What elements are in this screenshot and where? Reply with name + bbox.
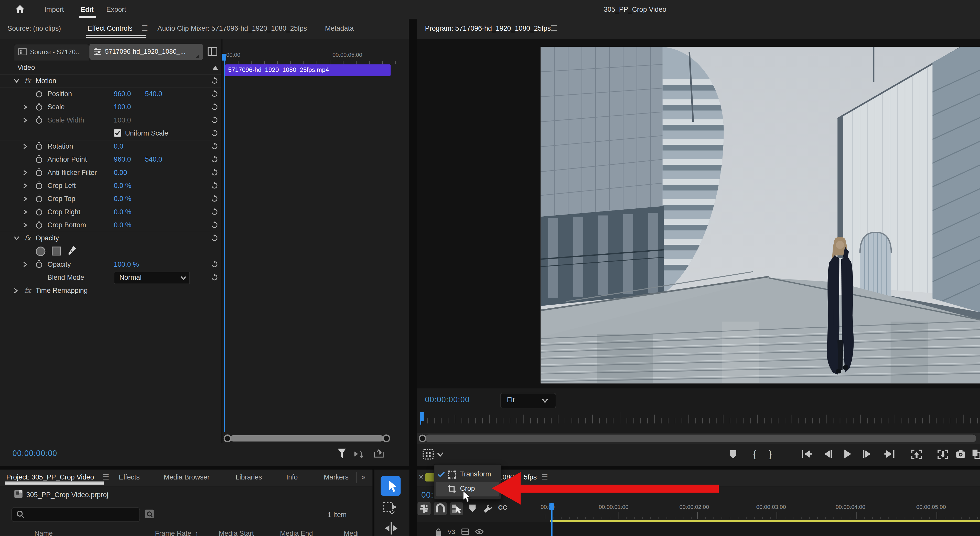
menu-edit[interactable]: Edit [81, 6, 94, 13]
row-position[interactable]: Position 960.0 540.0 [0, 87, 221, 100]
position-y-value[interactable]: 540.0 [145, 90, 162, 97]
tab-effects[interactable]: Effects [119, 473, 140, 481]
track-eye-icon[interactable] [475, 528, 484, 535]
chevron-right-icon[interactable] [23, 209, 27, 215]
program-scrollbar[interactable] [425, 435, 977, 442]
reset-icon[interactable] [211, 116, 218, 124]
source-clip-tab[interactable]: Source - S7170.. [14, 44, 89, 61]
extract-icon[interactable] [937, 450, 948, 459]
chevron-right-icon[interactable] [23, 222, 27, 228]
split-view-icon[interactable] [208, 47, 218, 56]
play-audio-icon[interactable] [354, 450, 365, 458]
row-scale-width[interactable]: Scale Width 100.0 [0, 114, 221, 127]
collapse-up-icon[interactable] [212, 65, 218, 70]
export-frame-icon[interactable] [374, 449, 383, 458]
chevron-right-icon[interactable] [23, 183, 27, 189]
rotation-value[interactable]: 0.0 [114, 143, 123, 150]
rect-mask-icon[interactable] [51, 246, 61, 256]
home-icon[interactable] [15, 4, 25, 14]
timeline-marker-icon[interactable] [469, 504, 476, 513]
row-crop-bottom[interactable]: Crop Bottom 0.0 % [0, 219, 221, 232]
stopwatch-icon[interactable] [35, 220, 43, 229]
tab-audio-clip-mixer[interactable]: Audio Clip Mixer: 5717096-hd_1920_1080_2… [158, 24, 307, 32]
row-uniform-scale[interactable]: Uniform Scale [0, 127, 221, 141]
reset-icon[interactable] [211, 234, 218, 242]
crop-right-value[interactable]: 0.0 % [114, 208, 131, 215]
chevron-down-icon[interactable] [14, 236, 19, 240]
chevron-right-icon[interactable] [23, 104, 27, 110]
anchor-x-value[interactable]: 960.0 [114, 155, 131, 163]
stopwatch-icon[interactable] [35, 194, 43, 203]
reset-icon[interactable] [211, 143, 218, 150]
reset-icon[interactable] [211, 155, 218, 163]
reset-icon[interactable] [211, 182, 218, 189]
scale-value[interactable]: 100.0 [114, 103, 131, 111]
go-to-out-icon[interactable] [884, 450, 895, 458]
opacity-value[interactable]: 100.0 % [114, 260, 139, 268]
add-marker-icon[interactable] [729, 450, 737, 459]
tab-markers[interactable]: Markers [324, 473, 348, 481]
row-rotation[interactable]: Rotation 0.0 [0, 140, 221, 153]
chevron-right-icon[interactable] [23, 170, 27, 175]
go-to-in-icon[interactable] [801, 450, 813, 458]
ec-clip-bar[interactable]: 5717096-hd_1920_1080_25fps.mp4 [225, 65, 391, 76]
program-scrollbar-left-handle[interactable] [418, 434, 427, 442]
blend-mode-select[interactable]: Normal [114, 271, 190, 284]
lift-icon[interactable] [911, 450, 922, 459]
stopwatch-icon[interactable] [35, 116, 43, 124]
ec-scrollbar-left-handle[interactable] [223, 434, 232, 442]
row-crop-right[interactable]: Crop Right 0.0 % [0, 205, 221, 218]
reset-icon[interactable] [211, 274, 218, 281]
column-media-cut[interactable]: Medi [344, 530, 359, 536]
comparison-view-icon[interactable] [972, 449, 980, 459]
nest-sequence-button[interactable] [417, 502, 431, 515]
reset-icon[interactable] [211, 168, 218, 176]
timeline-ruler-ticks[interactable] [539, 511, 980, 520]
program-title[interactable]: Program: 5717096-hd_1920_1080_25fps [425, 24, 551, 32]
crop-bottom-value[interactable]: 0.0 % [114, 221, 131, 228]
mark-in-icon[interactable]: { [753, 448, 756, 459]
tab-overflow-chevrons[interactable]: » [361, 473, 365, 482]
reset-icon[interactable] [211, 195, 218, 202]
row-opacity-header[interactable]: fx Opacity [0, 232, 221, 245]
ec-timeline-divider[interactable] [221, 39, 223, 443]
mark-out-icon[interactable]: } [769, 448, 772, 459]
column-media-end[interactable]: Media End [280, 530, 313, 536]
anchor-y-value[interactable]: 540.0 [145, 155, 162, 163]
step-back-icon[interactable] [823, 450, 832, 458]
sort-asc-icon[interactable]: ↑ [195, 530, 198, 536]
program-timecode[interactable]: 00:00:00:00 [425, 395, 470, 404]
uniform-scale-checkbox[interactable] [114, 129, 121, 136]
column-frame-rate[interactable]: Frame Rate [155, 530, 191, 536]
chevron-right-icon[interactable] [23, 262, 27, 267]
chevron-down-icon[interactable] [14, 79, 19, 83]
export-frame-camera-icon[interactable] [956, 450, 966, 458]
chevron-right-icon[interactable] [23, 144, 27, 149]
row-anti-flicker[interactable]: Anti-flicker Filter 0.00 [0, 166, 221, 179]
reset-icon[interactable] [211, 129, 218, 136]
row-opacity[interactable]: Opacity 100.0 % [0, 258, 221, 271]
track-sync-icon[interactable] [461, 528, 469, 535]
effects-grid-button[interactable] [423, 449, 434, 460]
reset-icon[interactable] [211, 221, 218, 228]
video-frame[interactable] [541, 47, 980, 383]
crop-left-value[interactable]: 0.0 % [114, 182, 131, 189]
ellipse-mask-icon[interactable] [35, 246, 46, 257]
active-clip-tab[interactable]: 5717096-hd_1920_1080_... [89, 44, 203, 60]
snap-magnet-button[interactable] [434, 502, 447, 515]
reset-icon[interactable] [211, 208, 218, 215]
stopwatch-icon[interactable] [35, 260, 43, 268]
track-label[interactable]: V3 [447, 528, 455, 535]
linked-selection-button[interactable] [450, 502, 463, 515]
menu-import[interactable]: Import [44, 6, 64, 13]
reset-icon[interactable] [211, 260, 218, 268]
column-media-start[interactable]: Media Start [219, 530, 254, 536]
search-input[interactable] [11, 507, 140, 522]
stopwatch-icon[interactable] [35, 89, 43, 98]
menu-export[interactable]: Export [106, 6, 126, 13]
chevron-right-icon[interactable] [23, 117, 27, 123]
timeline-timecode-fragment[interactable]: 00: [421, 490, 434, 500]
row-time-remapping[interactable]: fx Time Remapping [0, 284, 221, 297]
search-bin-icon[interactable] [144, 508, 154, 520]
anti-flicker-value[interactable]: 0.00 [114, 168, 127, 176]
